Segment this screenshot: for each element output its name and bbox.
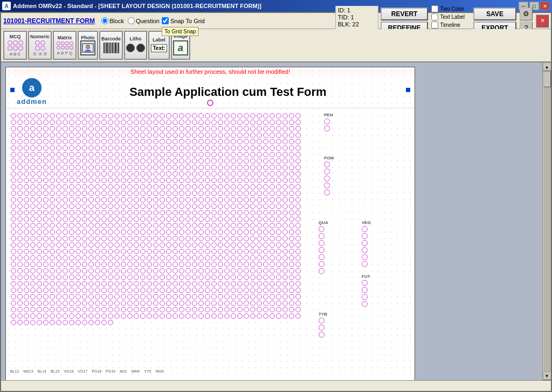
bubble [43, 158, 49, 164]
bubble [250, 255, 256, 261]
bubble [95, 171, 100, 177]
photo-icon [80, 40, 95, 55]
settings-button[interactable]: ⚙ [520, 8, 533, 20]
matrix-tool-button[interactable]: Matrix A B P Q [53, 31, 77, 60]
bubble [50, 120, 55, 125]
question-radio[interactable] [128, 17, 135, 24]
bubble [82, 294, 87, 299]
bubble [224, 165, 230, 170]
bubble [289, 204, 294, 209]
bubble [17, 300, 23, 306]
bubble [147, 288, 152, 293]
bubble [63, 126, 68, 131]
bubble [50, 216, 55, 222]
bubble [276, 216, 281, 222]
bubble [88, 307, 94, 312]
bubble [82, 171, 87, 177]
bubble [37, 242, 42, 248]
two-color-checkbox[interactable] [431, 5, 438, 12]
bubble [127, 249, 133, 254]
scroll-down-button[interactable]: ▼ [543, 372, 551, 380]
bubble [218, 300, 223, 306]
vertical-scrollbar[interactable]: ▲ ▼ [542, 62, 551, 380]
barcode-tool-button[interactable]: Barcode [99, 31, 123, 60]
bubble [108, 171, 113, 177]
scroll-thumb[interactable] [543, 71, 551, 87]
canvas-area[interactable]: Sheet layout used in further process, sh… [1, 62, 542, 380]
scroll-up-button[interactable]: ▲ [543, 62, 551, 71]
bubble [270, 152, 275, 157]
block-radio[interactable] [101, 17, 108, 24]
bubble [289, 132, 294, 138]
bubble [37, 307, 42, 312]
bubble [108, 320, 113, 325]
bubble [140, 158, 146, 164]
bubble [211, 313, 217, 319]
bubble [69, 229, 74, 235]
bubble [257, 249, 262, 254]
bubble [37, 288, 42, 293]
bubble [37, 152, 42, 157]
numeric-tool-button[interactable]: Numeric ① ② ③ [28, 31, 52, 60]
bubble [153, 126, 158, 131]
bubble [17, 204, 23, 209]
photo-tool-button[interactable]: Photo [78, 31, 98, 60]
bubble [82, 197, 87, 202]
bubble [56, 139, 61, 144]
bubble [147, 178, 152, 183]
bubble [185, 171, 191, 177]
bubble [82, 236, 87, 241]
question-radio-label[interactable]: Question [128, 17, 160, 24]
bubble [127, 152, 133, 157]
timeline-checkbox[interactable] [431, 22, 438, 29]
bubble [134, 255, 139, 261]
mcq-tool-button[interactable]: MCQ A B C [3, 31, 27, 60]
bubble [263, 210, 268, 215]
bubble [30, 139, 36, 144]
bubble [282, 113, 288, 118]
bubble [114, 288, 120, 293]
bubble [88, 229, 94, 235]
bubble [95, 197, 100, 202]
text-label-checkbox[interactable] [431, 13, 438, 20]
bubble [82, 229, 87, 235]
bubble [282, 229, 288, 235]
toolbar-close-button[interactable]: ✕ [536, 15, 549, 27]
bubble [198, 313, 204, 319]
bubble [101, 275, 107, 280]
save-button[interactable]: SAVE [473, 8, 516, 20]
bubble [17, 120, 23, 125]
bubble [43, 223, 49, 228]
bubble [172, 178, 178, 183]
block-radio-label[interactable]: Block [101, 17, 124, 24]
bubble [270, 216, 275, 222]
bubble [147, 236, 152, 241]
bubble [147, 216, 152, 222]
bubble [56, 249, 61, 254]
bubble [231, 236, 236, 241]
snap-to-grid-checkbox[interactable] [162, 17, 169, 24]
bubble [134, 229, 139, 235]
bubble [205, 294, 210, 299]
bubble [127, 132, 133, 138]
bubble [257, 126, 262, 131]
bubble [121, 249, 126, 254]
bubble [108, 139, 113, 144]
litho-tool-button[interactable]: Litho [124, 31, 147, 60]
bubble [121, 191, 126, 196]
revert-button[interactable]: REVERT [381, 8, 429, 20]
bubble [250, 229, 256, 235]
bubble [185, 242, 191, 248]
close-button[interactable]: ✕ [540, 2, 550, 10]
bubble [108, 216, 113, 222]
bubble [88, 249, 94, 254]
bubble [121, 255, 126, 261]
bubble [192, 165, 197, 170]
bubble [30, 223, 36, 228]
label-me13: ME13 [23, 369, 33, 373]
bubble [172, 242, 178, 248]
bubble [95, 262, 100, 267]
bubble [140, 242, 146, 248]
scroll-track[interactable] [543, 71, 551, 372]
bubble [75, 294, 81, 299]
